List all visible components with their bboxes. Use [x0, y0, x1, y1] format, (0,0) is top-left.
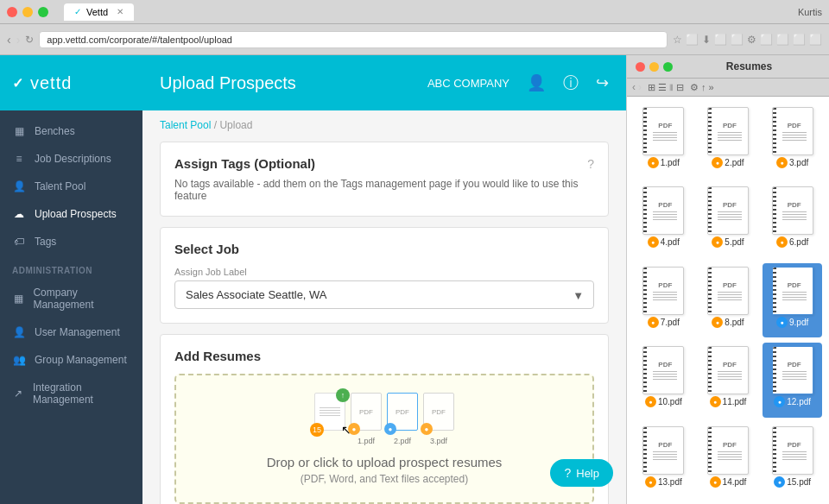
sidebar: ✓ vettd ▦ Benches ≡ Job Descriptions 👤 T…: [0, 55, 142, 504]
refresh-button[interactable]: ↻: [25, 34, 34, 46]
assign-tags-card: Assign Tags (Optional) ? No tags availab…: [160, 142, 609, 217]
finder-maximize[interactable]: [663, 62, 673, 72]
sidebar-item-job-descriptions[interactable]: ≡ Job Descriptions: [0, 145, 142, 173]
help-button[interactable]: ? Help: [550, 459, 613, 487]
finder-minimize[interactable]: [649, 62, 659, 72]
finder-item[interactable]: PDF ● 11.pdf: [699, 343, 758, 417]
finder-item[interactable]: PDF ● 14.pdf: [699, 423, 758, 497]
finder-item[interactable]: PDF ● 9.pdf: [763, 263, 822, 337]
finder-item[interactable]: PDF ● 7.pdf: [634, 263, 693, 337]
company-management-label: Company Management: [33, 287, 130, 311]
drop-zone[interactable]: ↖ ↑ 15 PDF ● 1.pdf: [174, 374, 594, 504]
url-bar[interactable]: app.vettd.com/corporate/#/talentpool/upl…: [39, 31, 668, 48]
sidebar-item-talent-pool[interactable]: 👤 Talent Pool: [0, 173, 142, 200]
finder-item[interactable]: PDF ● 4.pdf: [634, 183, 693, 257]
finder-share-icon[interactable]: ↑: [701, 82, 706, 92]
drop-file-1: ↖ ↑ 15: [314, 393, 345, 431]
group-management-icon: 👥: [12, 354, 26, 366]
sidebar-item-upload-prospects[interactable]: ☁ Upload Prospects: [0, 200, 142, 228]
content-scroll: Talent Pool / Upload Assign Tags (Option…: [142, 110, 626, 504]
finder-item-badge: ●: [776, 236, 788, 248]
finder-file-icon: PDF: [707, 107, 749, 155]
finder-item-badge: ●: [774, 396, 785, 407]
user-icon[interactable]: 👤: [527, 73, 546, 92]
finder-action-icon[interactable]: ⚙: [690, 82, 699, 93]
breadcrumb-talent-pool[interactable]: Talent Pool: [160, 119, 211, 131]
finder-file-icon: PDF: [642, 107, 684, 155]
tab-title: Vettd: [86, 7, 108, 17]
finder-file-icon: PDF: [772, 426, 813, 475]
finder-view-coverflow-icon[interactable]: ⊟: [676, 82, 684, 93]
upload-prospects-label: Upload Prospects: [35, 208, 117, 220]
breadcrumb: Talent Pool / Upload: [160, 119, 609, 131]
sidebar-item-group-management[interactable]: 👥 Group Management: [0, 346, 142, 374]
finder-forward-icon[interactable]: ›: [638, 81, 642, 93]
maximize-button[interactable]: [38, 7, 48, 17]
finder-close[interactable]: [636, 62, 645, 72]
integration-management-icon: ↗: [12, 387, 24, 400]
finder-item-name: 11.pdf: [723, 397, 747, 406]
finder-item[interactable]: PDF ● 15.pdf: [763, 423, 822, 497]
finder-item-badge-row: ● 13.pdf: [645, 476, 682, 488]
finder-item-badge-row: ● 3.pdf: [776, 157, 808, 168]
finder-item-badge: ●: [712, 236, 723, 248]
finder-item-name: 13.pdf: [658, 477, 682, 487]
finder-item-name: 4.pdf: [661, 237, 680, 247]
finder-item[interactable]: PDF ● 10.pdf: [634, 343, 693, 417]
sidebar-item-tags[interactable]: 🏷 Tags: [0, 228, 142, 255]
finder-item[interactable]: PDF ● 5.pdf: [699, 183, 758, 257]
finder-item[interactable]: PDF ● 12.pdf: [763, 343, 822, 417]
admin-section-header: ADMINISTRATION: [0, 255, 142, 279]
finder-item-badge: ●: [645, 476, 656, 488]
sidebar-item-benches[interactable]: ▦ Benches: [0, 117, 142, 145]
logout-icon[interactable]: ↪: [596, 73, 609, 92]
finder-toolbar: ‹ › ⊞ ☰ ⫴ ⊟ ⚙ ↑ »: [627, 79, 829, 97]
finder-back-icon[interactable]: ‹: [632, 81, 636, 93]
minimize-button[interactable]: [22, 7, 33, 17]
sidebar-nav: ▦ Benches ≡ Job Descriptions 👤 Talent Po…: [0, 110, 142, 504]
finder-item[interactable]: PDF ● 13.pdf: [634, 423, 693, 497]
job-descriptions-label: Job Descriptions: [35, 153, 111, 165]
finder-view-grid-icon[interactable]: ⊞: [648, 82, 655, 93]
drag-label-2: 2.pdf: [394, 437, 411, 445]
sidebar-item-integration-management[interactable]: ↗ Integration Management: [0, 374, 142, 413]
finder-item-badge-row: ● 14.pdf: [710, 476, 747, 488]
finder-item-name: 9.pdf: [789, 318, 808, 327]
finder-item[interactable]: PDF ● 1.pdf: [634, 104, 693, 178]
finder-item-badge: ●: [712, 317, 723, 328]
app-body: ✓ vettd ▦ Benches ≡ Job Descriptions 👤 T…: [0, 55, 829, 504]
finder-view-list-icon[interactable]: ☰: [658, 82, 667, 93]
job-select[interactable]: Sales Associate Seattle, WA: [174, 280, 594, 309]
finder-item[interactable]: PDF ● 2.pdf: [699, 104, 758, 178]
finder-item-badge: ●: [776, 317, 788, 328]
finder-item[interactable]: PDF ● 6.pdf: [763, 183, 822, 257]
group-management-label: Group Management: [35, 354, 127, 366]
close-button[interactable]: [7, 7, 17, 17]
finder-item-badge: ●: [645, 396, 656, 407]
tags-icon: 🏷: [12, 236, 26, 248]
drag-label-1: 1.pdf: [358, 437, 375, 445]
tab-close-icon[interactable]: ✕: [117, 7, 123, 16]
finder-item-badge: ●: [648, 317, 659, 328]
finder-item[interactable]: PDF ● 3.pdf: [763, 104, 822, 178]
finder-file-icon: PDF: [707, 267, 749, 315]
back-button[interactable]: ‹: [7, 33, 11, 47]
file-count-badge: 15: [310, 423, 324, 437]
finder-item-badge-row: ● 11.pdf: [710, 396, 747, 407]
finder-item[interactable]: PDF ● 8.pdf: [699, 263, 758, 337]
finder-file-icon: PDF: [772, 107, 813, 155]
finder-file-icon: PDF: [642, 186, 684, 235]
finder-content: PDF ● 1.pdf PDF: [627, 97, 829, 504]
sidebar-item-user-management[interactable]: 👤 User Management: [0, 318, 142, 346]
finder-title: Resumes: [726, 60, 772, 72]
finder-more-icon[interactable]: »: [709, 82, 714, 92]
tab-favicon: ✓: [74, 7, 81, 16]
browser-tab[interactable]: ✓ Vettd ✕: [64, 3, 134, 21]
info-icon[interactable]: ⓘ: [563, 72, 579, 93]
assign-tags-help-icon[interactable]: ?: [587, 157, 594, 171]
content-inner: Talent Pool / Upload Assign Tags (Option…: [142, 110, 626, 504]
finder-view-columns-icon[interactable]: ⫴: [669, 82, 674, 93]
sidebar-item-company-management[interactable]: ▦ Company Management: [0, 279, 142, 318]
forward-button[interactable]: ›: [16, 33, 21, 47]
drag-badge-3: ●: [421, 423, 433, 435]
